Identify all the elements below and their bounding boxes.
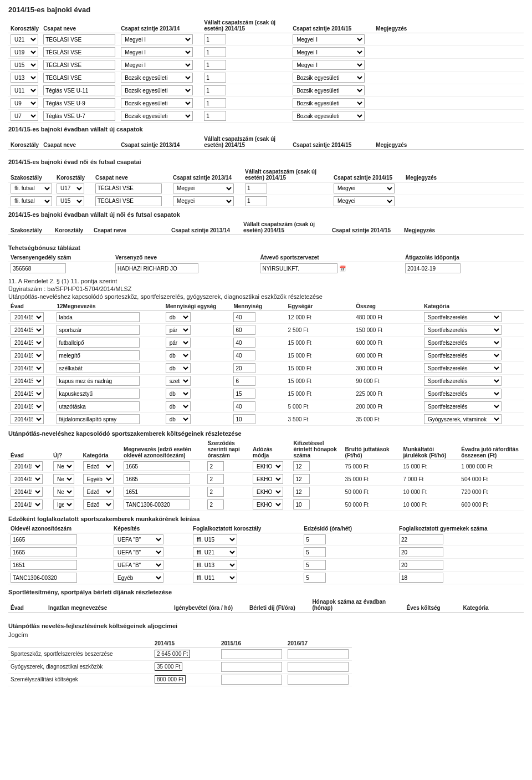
atigazolas-input[interactable]	[405, 263, 461, 273]
honapok-input[interactable]	[293, 474, 310, 484]
megnevezes-input[interactable]	[57, 338, 140, 348]
honapok-input[interactable]	[293, 461, 310, 471]
vallalt-szam-input[interactable]	[204, 47, 226, 57]
gyermek-input[interactable]	[399, 534, 443, 544]
megnevezes-szak-input[interactable]	[124, 461, 190, 471]
mennyiseg-input[interactable]	[233, 350, 255, 360]
uj-select[interactable]: Nem	[53, 487, 74, 497]
val-2015-16-input[interactable]	[221, 675, 282, 685]
korosztaly-select[interactable]: U21	[11, 34, 38, 44]
mennyiseg-input[interactable]	[233, 389, 255, 399]
szintje-2014-15-select[interactable]: Megyei	[334, 183, 395, 193]
ev-szak-select[interactable]: 2014/15	[11, 461, 43, 471]
uj-select[interactable]: Nem	[53, 474, 74, 484]
ev-szak-select[interactable]: 2014/15	[11, 487, 43, 497]
gyermek-input[interactable]	[399, 560, 443, 570]
csapat-neve-input[interactable]	[43, 98, 115, 108]
korosztaly-select[interactable]: U9	[11, 98, 38, 108]
men-egyseg-select[interactable]: pár	[166, 338, 191, 348]
kat-select[interactable]: Edző	[83, 461, 114, 471]
uj-select[interactable]: Nem	[53, 461, 74, 471]
ev-select[interactable]: 2014/15	[11, 325, 44, 335]
oklevél-input[interactable]	[11, 560, 77, 570]
korosztaly-edz-select[interactable]: ffI. U11	[193, 573, 237, 583]
vallalt-szam-input[interactable]	[204, 98, 226, 108]
csapat-neve-input[interactable]	[43, 47, 115, 57]
korosztaly-select[interactable]: U15	[11, 60, 38, 70]
megnevezes-input[interactable]	[57, 325, 140, 335]
honapok-input[interactable]	[293, 499, 310, 509]
megnevezes-input[interactable]	[57, 312, 140, 322]
szintje-2014-15-select[interactable]: Bozsik egyesületi	[293, 85, 365, 95]
szintje-2014-15-select[interactable]: Bozsik egyesületi	[293, 98, 365, 108]
kepesites-select[interactable]: UEFA "B"	[114, 560, 163, 570]
szintje-2013-14-select[interactable]: Megyei I	[121, 47, 193, 57]
edzeido-input[interactable]	[304, 573, 326, 583]
megnevezes-input[interactable]	[57, 350, 140, 360]
megnevezes-szak-input[interactable]	[124, 474, 190, 484]
megnevezes-szak-input[interactable]	[124, 499, 190, 509]
csapat-neve-input[interactable]	[43, 73, 115, 83]
kategoria-select[interactable]: Sportfelszerelés	[424, 376, 502, 386]
val-2016-17-input[interactable]	[288, 662, 349, 672]
oklevél-input[interactable]	[11, 573, 77, 583]
vallalt-szam-input[interactable]	[204, 73, 226, 83]
men-egyseg-select[interactable]: db	[166, 401, 191, 411]
csapat-neve-input[interactable]	[43, 34, 115, 44]
mennyiseg-input[interactable]	[233, 414, 255, 424]
megnevezes-input[interactable]	[57, 414, 140, 424]
men-egyseg-select[interactable]: db	[166, 389, 191, 399]
edzeido-input[interactable]	[304, 547, 326, 557]
ev-select[interactable]: 2014/15	[11, 350, 44, 360]
csapat-neve-input[interactable]	[95, 196, 162, 206]
men-egyseg-select[interactable]: szett	[166, 376, 191, 386]
korosztaly-select[interactable]: U19	[11, 47, 38, 57]
korosztaly-select[interactable]: U15	[57, 196, 84, 206]
ev-select[interactable]: 2014/15	[11, 401, 44, 411]
adozas-select[interactable]: EKHO	[253, 461, 283, 471]
szintje-2013-14-select[interactable]: Bozsik egyesületi	[121, 85, 193, 95]
kat-select[interactable]: Egyéb	[83, 474, 114, 484]
ev-select[interactable]: 2014/15	[11, 376, 44, 386]
mennyiseg-input[interactable]	[233, 401, 255, 411]
mennyiseg-input[interactable]	[233, 376, 255, 386]
adozas-select[interactable]: EKHO	[253, 499, 283, 509]
oklevél-input[interactable]	[11, 547, 77, 557]
ev-select[interactable]: 2014/15	[11, 363, 44, 373]
versenyzo-neve-input[interactable]	[115, 263, 198, 273]
kategoria-select[interactable]: Sportfelszerelés	[424, 325, 502, 335]
vallalt-szam-input[interactable]	[204, 60, 226, 70]
vallalt-szam-input[interactable]	[204, 85, 226, 95]
szintje-2014-15-select[interactable]: Megyei I	[293, 60, 365, 70]
megnevezes-szak-input[interactable]	[124, 487, 190, 497]
csapat-neve-input[interactable]	[43, 85, 115, 95]
szintje-2014-15-select[interactable]: Megyei	[334, 196, 395, 206]
edzeido-input[interactable]	[304, 560, 326, 570]
adozas-select[interactable]: EKHO	[253, 474, 283, 484]
edzeido-input[interactable]	[304, 534, 326, 544]
val-2016-17-input[interactable]	[288, 649, 349, 659]
vallalt-szam-input[interactable]	[204, 34, 226, 44]
szintje-2014-15-select[interactable]: Bozsik egyesületi	[293, 111, 365, 121]
szintje-2013-14-select[interactable]: Megyei I	[121, 60, 193, 70]
kepesites-select[interactable]: UEFA "B"	[114, 534, 163, 544]
korosztaly-edz-select[interactable]: ffI. U13	[193, 560, 237, 570]
gyermek-input[interactable]	[399, 547, 443, 557]
kepesites-select[interactable]: UEFA "B"	[114, 547, 163, 557]
megnevezes-input[interactable]	[57, 376, 140, 386]
val-2015-16-input[interactable]	[221, 662, 282, 672]
honapok-input[interactable]	[293, 487, 310, 497]
szintje-2014-15-select[interactable]: Bozsik egyesületi	[293, 73, 365, 83]
szintje-2013-14-select[interactable]: Megyei I	[121, 34, 193, 44]
men-egyseg-select[interactable]: pár	[166, 325, 191, 335]
korosztaly-select[interactable]: U17	[57, 183, 84, 193]
szintje-2013-14-select[interactable]: Megyei	[173, 196, 234, 206]
csapat-neve-input[interactable]	[95, 183, 162, 193]
men-egyseg-select[interactable]: db	[166, 363, 191, 373]
ev-select[interactable]: 2014/15	[11, 338, 44, 348]
mennyiseg-input[interactable]	[233, 312, 255, 322]
szakosztaly-select[interactable]: fli. futsal	[11, 183, 52, 193]
korosztaly-edz-select[interactable]: ffI. U21	[193, 547, 237, 557]
korosztaly-select[interactable]: U11	[11, 85, 38, 95]
oklevél-input[interactable]	[11, 534, 77, 544]
